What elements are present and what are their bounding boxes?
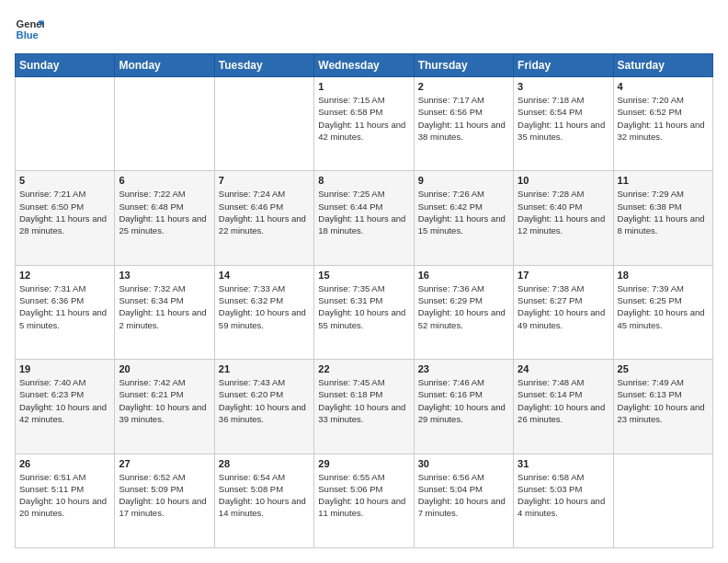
day-number: 23 xyxy=(418,363,509,374)
calendar-cell: 15Sunrise: 7:35 AM Sunset: 6:31 PM Dayli… xyxy=(314,265,414,359)
week-row-1: 1Sunrise: 7:15 AM Sunset: 6:58 PM Daylig… xyxy=(16,77,713,171)
calendar: SundayMondayTuesdayWednesdayThursdayFrid… xyxy=(15,53,713,548)
day-info: Sunrise: 7:38 AM Sunset: 6:27 PM Dayligh… xyxy=(518,282,609,331)
calendar-cell: 27Sunrise: 6:52 AM Sunset: 5:09 PM Dayli… xyxy=(115,454,214,547)
week-row-2: 5Sunrise: 7:21 AM Sunset: 6:50 PM Daylig… xyxy=(16,171,713,265)
day-number: 21 xyxy=(219,363,310,374)
day-info: Sunrise: 6:58 AM Sunset: 5:03 PM Dayligh… xyxy=(518,471,609,520)
day-number: 27 xyxy=(119,458,210,469)
calendar-cell xyxy=(16,77,115,171)
calendar-cell: 6Sunrise: 7:22 AM Sunset: 6:48 PM Daylig… xyxy=(115,171,214,265)
week-row-4: 19Sunrise: 7:40 AM Sunset: 6:23 PM Dayli… xyxy=(16,360,713,454)
calendar-cell: 28Sunrise: 6:54 AM Sunset: 5:08 PM Dayli… xyxy=(214,454,313,547)
day-info: Sunrise: 7:49 AM Sunset: 6:13 PM Dayligh… xyxy=(618,376,709,425)
calendar-cell: 24Sunrise: 7:48 AM Sunset: 6:14 PM Dayli… xyxy=(514,360,613,454)
day-number: 18 xyxy=(618,270,709,281)
calendar-cell: 31Sunrise: 6:58 AM Sunset: 5:03 PM Dayli… xyxy=(514,454,613,547)
day-number: 7 xyxy=(219,175,310,186)
calendar-cell xyxy=(115,77,214,171)
weekday-saturday: Saturday xyxy=(613,54,712,77)
day-info: Sunrise: 7:31 AM Sunset: 6:36 PM Dayligh… xyxy=(19,282,110,331)
day-info: Sunrise: 7:33 AM Sunset: 6:32 PM Dayligh… xyxy=(219,282,310,331)
calendar-cell: 19Sunrise: 7:40 AM Sunset: 6:23 PM Dayli… xyxy=(16,360,115,454)
weekday-tuesday: Tuesday xyxy=(214,54,313,77)
calendar-cell: 16Sunrise: 7:36 AM Sunset: 6:29 PM Dayli… xyxy=(414,265,513,359)
day-info: Sunrise: 6:54 AM Sunset: 5:08 PM Dayligh… xyxy=(219,471,310,520)
day-number: 4 xyxy=(618,81,709,92)
day-number: 19 xyxy=(19,363,110,374)
week-row-3: 12Sunrise: 7:31 AM Sunset: 6:36 PM Dayli… xyxy=(16,265,713,359)
calendar-cell: 21Sunrise: 7:43 AM Sunset: 6:20 PM Dayli… xyxy=(214,360,313,454)
day-number: 30 xyxy=(418,458,509,469)
day-info: Sunrise: 7:48 AM Sunset: 6:14 PM Dayligh… xyxy=(518,376,609,425)
day-info: Sunrise: 7:28 AM Sunset: 6:40 PM Dayligh… xyxy=(518,188,609,236)
day-number: 3 xyxy=(518,81,609,92)
week-row-5: 26Sunrise: 6:51 AM Sunset: 5:11 PM Dayli… xyxy=(16,454,713,547)
day-number: 29 xyxy=(318,458,409,469)
day-info: Sunrise: 7:24 AM Sunset: 6:46 PM Dayligh… xyxy=(219,188,310,236)
day-info: Sunrise: 7:26 AM Sunset: 6:42 PM Dayligh… xyxy=(418,188,509,236)
day-info: Sunrise: 7:21 AM Sunset: 6:50 PM Dayligh… xyxy=(19,188,110,236)
svg-text:Blue: Blue xyxy=(17,29,39,40)
day-number: 14 xyxy=(219,270,310,281)
calendar-cell: 8Sunrise: 7:25 AM Sunset: 6:44 PM Daylig… xyxy=(314,171,414,265)
calendar-cell: 4Sunrise: 7:20 AM Sunset: 6:52 PM Daylig… xyxy=(613,77,712,171)
calendar-cell: 23Sunrise: 7:46 AM Sunset: 6:16 PM Dayli… xyxy=(414,360,513,454)
calendar-cell: 12Sunrise: 7:31 AM Sunset: 6:36 PM Dayli… xyxy=(16,265,115,359)
day-number: 6 xyxy=(119,175,210,186)
day-number: 17 xyxy=(518,270,609,281)
weekday-friday: Friday xyxy=(514,54,613,77)
day-number: 2 xyxy=(418,81,509,92)
day-number: 10 xyxy=(518,175,609,186)
day-number: 15 xyxy=(318,270,409,281)
day-info: Sunrise: 7:36 AM Sunset: 6:29 PM Dayligh… xyxy=(418,282,509,331)
day-info: Sunrise: 7:22 AM Sunset: 6:48 PM Dayligh… xyxy=(119,188,210,236)
weekday-header-row: SundayMondayTuesdayWednesdayThursdayFrid… xyxy=(16,54,713,77)
day-info: Sunrise: 7:25 AM Sunset: 6:44 PM Dayligh… xyxy=(318,188,409,236)
day-number: 31 xyxy=(518,458,609,469)
day-info: Sunrise: 7:40 AM Sunset: 6:23 PM Dayligh… xyxy=(19,376,110,425)
calendar-cell: 10Sunrise: 7:28 AM Sunset: 6:40 PM Dayli… xyxy=(514,171,613,265)
day-info: Sunrise: 7:15 AM Sunset: 6:58 PM Dayligh… xyxy=(318,94,409,143)
calendar-cell: 18Sunrise: 7:39 AM Sunset: 6:25 PM Dayli… xyxy=(613,265,712,359)
day-number: 16 xyxy=(418,270,509,281)
calendar-cell: 3Sunrise: 7:18 AM Sunset: 6:54 PM Daylig… xyxy=(514,77,613,171)
svg-text:General: General xyxy=(17,18,44,29)
day-info: Sunrise: 6:56 AM Sunset: 5:04 PM Dayligh… xyxy=(418,471,509,520)
calendar-cell: 2Sunrise: 7:17 AM Sunset: 6:56 PM Daylig… xyxy=(414,77,513,171)
day-number: 20 xyxy=(119,363,210,374)
logo-icon: General Blue xyxy=(15,15,44,44)
calendar-cell xyxy=(613,454,712,547)
weekday-sunday: Sunday xyxy=(16,54,115,77)
day-number: 22 xyxy=(318,363,409,374)
weekday-wednesday: Wednesday xyxy=(314,54,414,77)
day-info: Sunrise: 7:17 AM Sunset: 6:56 PM Dayligh… xyxy=(418,94,509,143)
day-info: Sunrise: 7:45 AM Sunset: 6:18 PM Dayligh… xyxy=(318,376,409,425)
calendar-cell: 17Sunrise: 7:38 AM Sunset: 6:27 PM Dayli… xyxy=(514,265,613,359)
calendar-cell: 7Sunrise: 7:24 AM Sunset: 6:46 PM Daylig… xyxy=(214,171,313,265)
day-info: Sunrise: 6:55 AM Sunset: 5:06 PM Dayligh… xyxy=(318,471,409,520)
calendar-cell: 14Sunrise: 7:33 AM Sunset: 6:32 PM Dayli… xyxy=(214,265,313,359)
day-info: Sunrise: 7:29 AM Sunset: 6:38 PM Dayligh… xyxy=(618,188,709,236)
header: General Blue xyxy=(15,15,713,44)
calendar-cell: 22Sunrise: 7:45 AM Sunset: 6:18 PM Dayli… xyxy=(314,360,414,454)
calendar-cell: 20Sunrise: 7:42 AM Sunset: 6:21 PM Dayli… xyxy=(115,360,214,454)
weekday-monday: Monday xyxy=(115,54,214,77)
day-info: Sunrise: 7:20 AM Sunset: 6:52 PM Dayligh… xyxy=(618,94,709,143)
day-info: Sunrise: 6:52 AM Sunset: 5:09 PM Dayligh… xyxy=(119,471,210,520)
day-info: Sunrise: 7:18 AM Sunset: 6:54 PM Dayligh… xyxy=(518,94,609,143)
calendar-cell: 30Sunrise: 6:56 AM Sunset: 5:04 PM Dayli… xyxy=(414,454,513,547)
day-info: Sunrise: 7:35 AM Sunset: 6:31 PM Dayligh… xyxy=(318,282,409,331)
day-info: Sunrise: 7:32 AM Sunset: 6:34 PM Dayligh… xyxy=(119,282,210,331)
page: General Blue SundayMondayTuesdayWednesda… xyxy=(0,0,728,563)
day-number: 28 xyxy=(219,458,310,469)
day-info: Sunrise: 6:51 AM Sunset: 5:11 PM Dayligh… xyxy=(19,471,110,520)
weekday-thursday: Thursday xyxy=(414,54,513,77)
day-number: 24 xyxy=(518,363,609,374)
day-number: 9 xyxy=(418,175,509,186)
day-info: Sunrise: 7:42 AM Sunset: 6:21 PM Dayligh… xyxy=(119,376,210,425)
day-number: 13 xyxy=(119,270,210,281)
day-number: 26 xyxy=(19,458,110,469)
day-number: 8 xyxy=(318,175,409,186)
day-info: Sunrise: 7:39 AM Sunset: 6:25 PM Dayligh… xyxy=(618,282,709,331)
